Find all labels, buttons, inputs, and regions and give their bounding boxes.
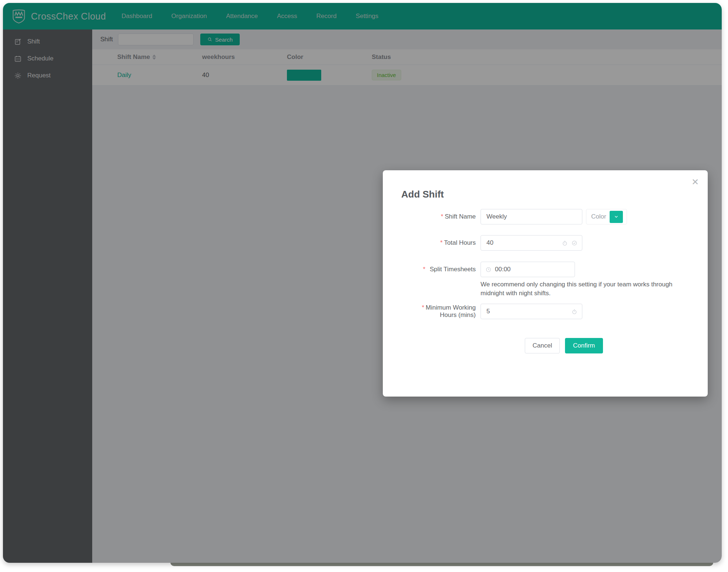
- min-working-hours-label: *Minimum Working Hours (mins): [401, 304, 476, 319]
- dialog-title: Add Shift: [401, 189, 708, 200]
- clock-icon: [485, 266, 492, 273]
- shift-name-row: *Shift Name Color: [401, 209, 708, 224]
- color-dropdown-button[interactable]: [610, 211, 623, 223]
- dialog-actions: Cancel Confirm: [401, 338, 708, 353]
- shift-name-field[interactable]: [481, 209, 582, 224]
- required-mark: *: [423, 266, 426, 273]
- stopwatch-icon: [562, 240, 568, 246]
- chevron-down-icon: [614, 214, 619, 219]
- color-picker-label: Color: [591, 213, 606, 220]
- close-icon[interactable]: ✕: [691, 178, 699, 186]
- split-timesheets-row: *Split Timesheets 00:00: [401, 262, 708, 277]
- stopwatch-icon: [571, 308, 578, 315]
- add-shift-form: *Shift Name Color *Total Hours 40: [401, 209, 708, 353]
- split-timesheets-label: *Split Timesheets: [401, 266, 476, 273]
- total-hours-row: *Total Hours 40: [401, 235, 708, 251]
- split-timesheets-field[interactable]: 00:00: [481, 262, 575, 277]
- required-mark: *: [422, 304, 424, 311]
- required-mark: *: [441, 213, 443, 220]
- add-shift-dialog: ✕ Add Shift *Shift Name Color *Total Hou…: [383, 170, 708, 397]
- min-working-hours-row: *Minimum Working Hours (mins) 5: [401, 304, 708, 319]
- confirm-button[interactable]: Confirm: [565, 338, 603, 353]
- color-picker: Color: [586, 209, 627, 224]
- total-hours-label: *Total Hours: [401, 239, 476, 247]
- check-circle-icon: [571, 240, 578, 246]
- required-mark: *: [440, 239, 443, 246]
- min-working-hours-field[interactable]: 5: [481, 304, 582, 319]
- shift-name-label: *Shift Name: [401, 213, 476, 220]
- split-timesheets-help-text: We recommend only changing this setting …: [481, 280, 682, 298]
- cancel-button[interactable]: Cancel: [525, 338, 560, 353]
- total-hours-field[interactable]: 40: [481, 235, 582, 251]
